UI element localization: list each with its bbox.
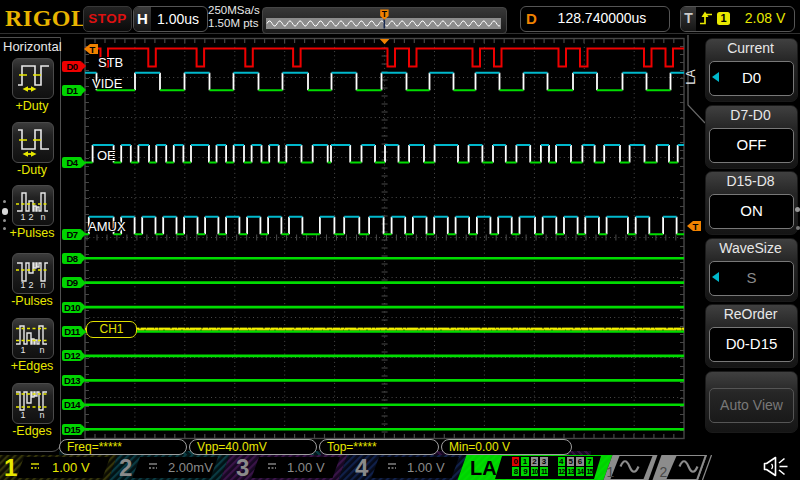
svg-text:T: T — [382, 9, 388, 19]
svg-text:1: 1 — [4, 455, 17, 480]
svg-text:LA: LA — [684, 69, 698, 85]
svg-text:2.00mV: 2.00mV — [168, 460, 213, 475]
svg-text:2: 2 — [119, 455, 132, 480]
svg-text:1: 1 — [20, 345, 25, 355]
svg-text:1.00 V: 1.00 V — [52, 460, 90, 475]
svg-text:1: 1 — [20, 410, 25, 420]
svg-text:1: 1 — [607, 464, 615, 480]
svg-text:T: T — [692, 221, 698, 231]
svg-text:2: 2 — [660, 464, 668, 480]
svg-text:1: 1 — [20, 212, 25, 222]
svg-text:n: n — [39, 410, 44, 420]
svg-text:T: T — [90, 44, 96, 54]
svg-text:n: n — [39, 345, 44, 355]
svg-text:1: 1 — [20, 280, 25, 290]
svg-text:4: 4 — [355, 455, 369, 480]
svg-text:2: 2 — [28, 280, 33, 290]
svg-text:n: n — [40, 280, 45, 290]
svg-text:2: 2 — [28, 212, 33, 222]
svg-text:1.00 V: 1.00 V — [407, 460, 445, 475]
svg-text:3: 3 — [236, 455, 249, 480]
svg-text:LA: LA — [470, 457, 497, 479]
svg-text:1.00 V: 1.00 V — [287, 460, 325, 475]
svg-text:n: n — [40, 212, 45, 222]
